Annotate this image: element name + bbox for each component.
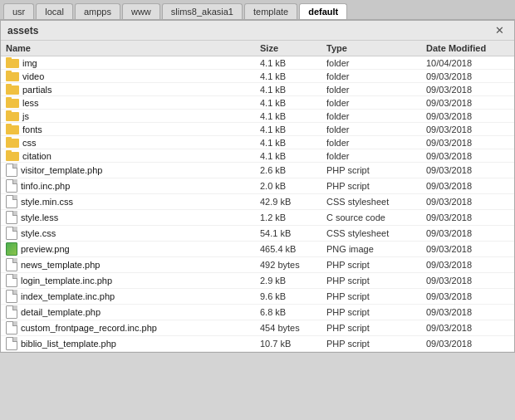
file-icon — [6, 337, 17, 350]
file-name-text: news_template.php — [21, 260, 100, 270]
col-type: Type — [326, 43, 426, 53]
table-row[interactable]: preview.png 465.4 kB PNG image 09/03/201… — [1, 242, 514, 257]
folder-icon — [6, 97, 19, 108]
table-row[interactable]: detail_template.php 6.8 kB PHP script 09… — [1, 305, 514, 320]
tab-ampps[interactable]: ampps — [75, 3, 120, 19]
file-icon — [6, 195, 17, 208]
file-name: biblio_list_template.php — [6, 337, 260, 350]
file-size: 454 bytes — [260, 323, 326, 333]
table-row[interactable]: citation 4.1 kB folder 09/03/2018 — [1, 149, 514, 163]
file-name: img — [6, 57, 260, 68]
table-row[interactable]: index_template.inc.php 9.6 kB PHP script… — [1, 289, 514, 305]
folder-icon — [6, 150, 19, 161]
file-size: 10.7 kB — [260, 339, 326, 349]
file-name: login_template.inc.php — [6, 274, 260, 287]
file-size: 4.1 kB — [260, 111, 326, 121]
file-name-text: preview.png — [21, 244, 70, 254]
file-type: folder — [326, 85, 426, 95]
tab-local[interactable]: local — [36, 3, 73, 19]
file-icon — [6, 211, 17, 224]
file-date: 09/03/2018 — [426, 125, 509, 134]
file-size: 1.2 kB — [260, 212, 326, 222]
table-row[interactable]: img 4.1 kB folder 10/04/2018 — [1, 56, 514, 70]
fm-header: assets ✕ — [1, 21, 514, 41]
file-type: folder — [326, 71, 426, 81]
file-icon — [6, 179, 17, 193]
file-name: style.css — [6, 227, 260, 240]
file-size: 6.8 kB — [260, 307, 326, 317]
file-name-text: img — [22, 58, 37, 68]
file-icon — [6, 305, 17, 319]
tab-usr[interactable]: usr — [3, 3, 34, 19]
table-row[interactable]: news_template.php 492 bytes PHP script 0… — [1, 257, 514, 273]
file-type: folder — [326, 58, 426, 68]
file-icon — [6, 274, 17, 287]
file-name: preview.png — [6, 242, 260, 256]
file-date: 10/04/2018 — [426, 58, 509, 68]
tab-default[interactable]: default — [299, 3, 347, 19]
file-name: tinfo.inc.php — [6, 179, 260, 193]
file-size: 4.1 kB — [260, 58, 326, 68]
table-row[interactable]: css 4.1 kB folder 09/03/2018 — [1, 136, 514, 149]
col-size: Size — [260, 43, 326, 53]
table-row[interactable]: style.less 1.2 kB C source code 09/03/20… — [1, 210, 514, 226]
file-name-text: partials — [22, 85, 52, 95]
file-type: PHP script — [326, 260, 426, 270]
fm-close-button[interactable]: ✕ — [492, 24, 508, 37]
file-name-text: login_template.inc.php — [21, 276, 112, 286]
tab-slims8_akasia1[interactable]: slims8_akasia1 — [162, 3, 243, 19]
tab-bar: usrlocalamppswwwslims8_akasia1templatede… — [0, 0, 515, 20]
file-date: 09/03/2018 — [426, 276, 509, 286]
file-date: 09/03/2018 — [426, 165, 509, 175]
file-date: 09/03/2018 — [426, 138, 509, 148]
file-type: PHP script — [326, 276, 426, 286]
file-name-text: citation — [22, 151, 52, 161]
table-row[interactable]: style.min.css 42.9 kB CSS stylesheet 09/… — [1, 194, 514, 210]
file-name: visitor_template.php — [6, 164, 260, 177]
png-icon — [6, 242, 17, 256]
file-list: img 4.1 kB folder 10/04/2018 video 4.1 k… — [1, 56, 514, 352]
file-name-text: video — [22, 71, 44, 81]
file-icon — [6, 290, 17, 303]
folder-icon — [6, 137, 19, 148]
file-name: detail_template.php — [6, 305, 260, 319]
file-date: 09/03/2018 — [426, 323, 509, 333]
table-row[interactable]: visitor_template.php 2.6 kB PHP script 0… — [1, 163, 514, 178]
file-name: style.less — [6, 211, 260, 224]
col-name: Name — [6, 43, 260, 53]
file-name: fonts — [6, 124, 260, 134]
table-row[interactable]: fonts 4.1 kB folder 09/03/2018 — [1, 123, 514, 136]
file-name: video — [6, 71, 260, 81]
table-row[interactable]: partials 4.1 kB folder 09/03/2018 — [1, 83, 514, 96]
file-type: folder — [326, 151, 426, 161]
file-name-text: custom_frontpage_record.inc.php — [21, 323, 157, 333]
table-row[interactable]: less 4.1 kB folder 09/03/2018 — [1, 96, 514, 110]
table-row[interactable]: biblio_list_template.php 10.7 kB PHP scr… — [1, 336, 514, 352]
table-row[interactable]: tinfo.inc.php 2.0 kB PHP script 09/03/20… — [1, 178, 514, 194]
table-row[interactable]: js 4.1 kB folder 09/03/2018 — [1, 110, 514, 123]
file-type: folder — [326, 111, 426, 121]
tab-www[interactable]: www — [122, 3, 160, 19]
file-date: 09/03/2018 — [426, 151, 509, 161]
file-name-text: less — [22, 98, 39, 108]
file-type: folder — [326, 138, 426, 148]
file-type: CSS stylesheet — [326, 197, 426, 207]
tab-template[interactable]: template — [244, 3, 297, 19]
file-icon — [6, 321, 17, 335]
table-row[interactable]: video 4.1 kB folder 09/03/2018 — [1, 70, 514, 83]
file-size: 465.4 kB — [260, 244, 326, 254]
file-manager: assets ✕ Name Size Type Date Modified im… — [0, 20, 515, 353]
file-date: 09/03/2018 — [426, 98, 509, 108]
file-size: 4.1 kB — [260, 71, 326, 81]
col-date: Date Modified — [426, 43, 509, 53]
file-name-text: detail_template.php — [21, 307, 101, 317]
table-row[interactable]: style.css 54.1 kB CSS stylesheet 09/03/2… — [1, 226, 514, 242]
table-row[interactable]: custom_frontpage_record.inc.php 454 byte… — [1, 320, 514, 336]
file-name: citation — [6, 150, 260, 161]
file-size: 9.6 kB — [260, 291, 326, 301]
file-name: index_template.inc.php — [6, 290, 260, 303]
file-date: 09/03/2018 — [426, 307, 509, 317]
file-name: style.min.css — [6, 195, 260, 208]
file-name-text: tinfo.inc.php — [21, 181, 70, 191]
table-row[interactable]: login_template.inc.php 2.9 kB PHP script… — [1, 273, 514, 289]
